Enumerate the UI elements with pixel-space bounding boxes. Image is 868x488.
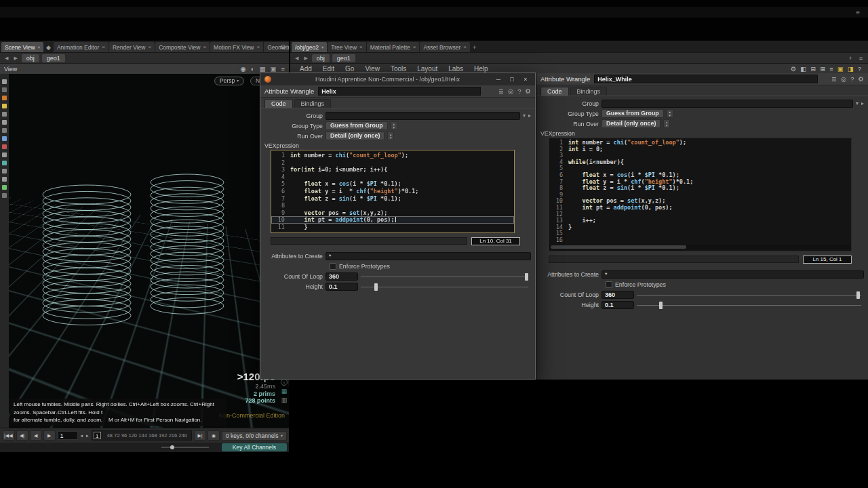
- current-frame-input[interactable]: [58, 431, 78, 440]
- group-list-icon[interactable]: ▸: [861, 100, 864, 106]
- presets-icon[interactable]: ≣: [831, 76, 837, 83]
- close-tab-icon[interactable]: ×: [463, 44, 467, 50]
- playhead-marker[interactable]: 1: [94, 432, 101, 439]
- tab-animation-editor[interactable]: Animation Editor×: [54, 42, 108, 52]
- vex-code-editor[interactable]: 1int number = chi("count_of_loop");2int …: [549, 138, 852, 251]
- menu-edit[interactable]: Edit: [317, 65, 340, 73]
- layout-grid-icon[interactable]: ⊞: [820, 66, 825, 73]
- tab-material-palette[interactable]: Material Palette×: [367, 42, 420, 52]
- code-line[interactable]: 14}: [549, 224, 851, 231]
- viewport-tool-icon[interactable]: [2, 120, 7, 125]
- pin-pane-icon[interactable]: ◆: [44, 42, 53, 52]
- forward-icon[interactable]: ▶: [12, 56, 18, 61]
- group-type-spinner[interactable]: ▴▾: [667, 109, 673, 118]
- viewport-tool-icon[interactable]: [2, 104, 7, 108]
- window-titlebar[interactable]: Houdini Apprentice Non-Commercial - /obj…: [260, 73, 535, 85]
- grid-icon[interactable]: ▦: [259, 66, 265, 73]
- close-tab-icon[interactable]: ×: [359, 44, 363, 50]
- attributes-to-create-input[interactable]: [326, 252, 531, 260]
- menu-go[interactable]: Go: [340, 65, 359, 73]
- spinner-down-icon[interactable]: ▾: [667, 114, 673, 117]
- attributes-to-create-input[interactable]: [601, 270, 864, 279]
- channels-dropdown[interactable]: 0 keys, 0/0 channels ▾: [222, 431, 287, 441]
- viewport-tool-icon[interactable]: [2, 185, 7, 190]
- tab-obj-geo2[interactable]: /obj/geo2 ▾: [292, 42, 327, 52]
- options-icon[interactable]: ≡: [857, 53, 865, 63]
- info-icon[interactable]: i: [281, 379, 288, 386]
- frame-step-back-icon[interactable]: ◂: [80, 433, 84, 439]
- code-line[interactable]: 11 int pt = addpoint(0, pos);: [549, 205, 851, 211]
- group-list-icon[interactable]: ▸: [528, 113, 531, 119]
- play-reverse-icon[interactable]: ◀: [30, 430, 42, 441]
- forward-icon[interactable]: ▶: [302, 56, 309, 61]
- view-menu-button[interactable]: View: [4, 66, 17, 73]
- viewport-tool-icon[interactable]: [2, 87, 7, 92]
- back-icon[interactable]: ◀: [294, 56, 300, 61]
- tab-code[interactable]: Code: [540, 87, 569, 96]
- code-line[interactable]: 7 float z = sin(i * $PI *0.1);: [271, 195, 514, 203]
- close-button[interactable]: ×: [519, 74, 532, 85]
- slider-handle[interactable]: [525, 273, 528, 281]
- code-line[interactable]: 1int number = chi("count_of_loop");: [271, 152, 514, 159]
- height-input[interactable]: [601, 301, 634, 309]
- new-tab-icon[interactable]: +: [471, 42, 478, 52]
- search-icon[interactable]: ◎: [841, 76, 846, 83]
- customize-icon[interactable]: ⚙: [791, 66, 797, 73]
- menu-icon[interactable]: ≡: [856, 9, 860, 16]
- viewport[interactable]: Persp ▾ No cam >120fps 2.45ms 2 prims 72…: [0, 74, 289, 428]
- count-of-loop-input[interactable]: [601, 291, 634, 299]
- code-line[interactable]: 16: [549, 237, 851, 244]
- code-line[interactable]: 13 i++;: [549, 218, 851, 224]
- horizontal-scrollbar[interactable]: [549, 245, 851, 249]
- menu-view[interactable]: View: [359, 65, 385, 73]
- layout-horizontal-icon[interactable]: ◧: [800, 66, 806, 73]
- layout-vertical-icon[interactable]: ⊟: [810, 66, 816, 73]
- camera-persp-badge[interactable]: Persp ▾: [214, 77, 244, 85]
- key-all-channels-button[interactable]: Key All Channels: [222, 443, 287, 451]
- help-icon[interactable]: ?: [850, 76, 854, 83]
- close-tab-icon[interactable]: ×: [256, 44, 260, 50]
- spinner-down-icon[interactable]: ▾: [391, 126, 397, 129]
- slider-handle[interactable]: [170, 445, 174, 449]
- tab-composite-view[interactable]: Composite View×: [155, 42, 210, 52]
- group-type-select[interactable]: Guess from Group: [326, 121, 388, 130]
- path-geo1[interactable]: geo1: [332, 54, 355, 62]
- slider-handle[interactable]: [856, 291, 860, 299]
- code-line[interactable]: 15: [549, 230, 851, 237]
- grid-display-icon[interactable]: ▦: [281, 388, 288, 394]
- enforce-prototypes-checkbox[interactable]: [606, 281, 612, 288]
- gear-icon[interactable]: ⚙: [858, 76, 864, 83]
- collapse-pane-icon[interactable]: ⊟: [278, 41, 288, 52]
- loop-mode-icon[interactable]: ◉: [208, 430, 220, 441]
- gear-icon[interactable]: ⚙: [525, 88, 531, 95]
- viewport-tool-icon[interactable]: [2, 161, 7, 165]
- chevron-down-icon[interactable]: ▾: [856, 100, 859, 106]
- code-line[interactable]: 4: [271, 174, 514, 181]
- menu-add[interactable]: Add: [294, 65, 317, 73]
- viewport-tool-icon[interactable]: [2, 144, 7, 149]
- tab-bindings[interactable]: Bindings: [294, 99, 332, 108]
- camera-icon[interactable]: ▣: [270, 66, 276, 73]
- viewport-tool-icon[interactable]: [2, 112, 7, 117]
- snapping-icon[interactable]: ◉: [240, 66, 245, 73]
- code-line[interactable]: 10 int pt = addpoint(0, pos);: [271, 216, 514, 224]
- code-line[interactable]: 3for(int i=0; i<number; i++){: [271, 166, 514, 174]
- code-line[interactable]: 6 float y = i * chf("height")*0.1;: [271, 188, 514, 195]
- jump-to-start-icon[interactable]: |◀◀: [2, 430, 15, 441]
- menu-help[interactable]: Help: [469, 65, 494, 73]
- close-tab-icon[interactable]: ×: [413, 44, 416, 50]
- close-tab-icon[interactable]: ×: [203, 44, 206, 50]
- network-list-icon[interactable]: ≡: [829, 66, 833, 73]
- group-type-select[interactable]: Guess from Group: [601, 109, 664, 118]
- enforce-prototypes-checkbox[interactable]: [330, 263, 336, 270]
- back-icon[interactable]: ◀: [3, 56, 9, 61]
- tab-bindings[interactable]: Bindings: [570, 87, 608, 96]
- node-name-input[interactable]: [318, 87, 481, 96]
- viewport-tool-icon[interactable]: [2, 128, 7, 133]
- tab-tree-view[interactable]: Tree View×: [328, 42, 366, 52]
- node-name-input[interactable]: [594, 75, 818, 83]
- viewport-tool-icon[interactable]: [2, 193, 7, 198]
- frame-step-forward-icon[interactable]: ▸: [85, 433, 90, 439]
- height-slider[interactable]: [637, 301, 861, 310]
- snippet-field[interactable]: [549, 256, 799, 263]
